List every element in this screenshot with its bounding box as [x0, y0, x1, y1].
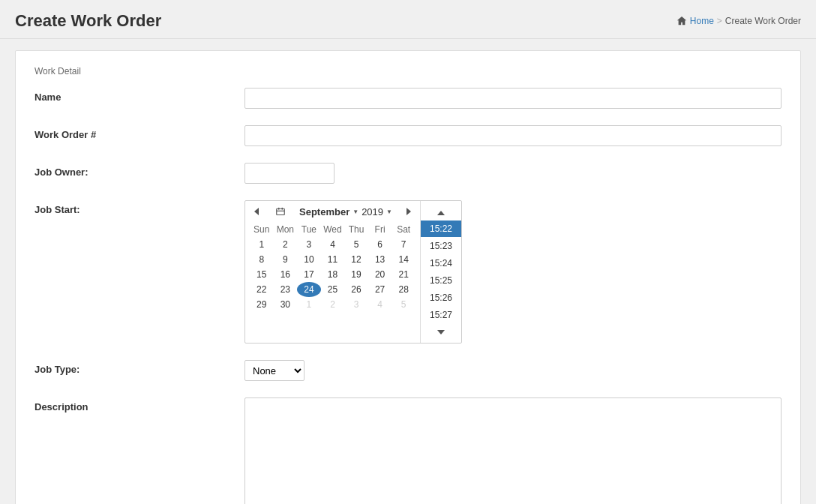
calendar-day-cell[interactable]: 13	[368, 252, 392, 267]
time-item[interactable]: 15:22	[421, 220, 461, 237]
time-item[interactable]: 15:23	[421, 238, 461, 254]
job-type-row: Job Type: None Type A Type B	[34, 360, 782, 387]
name-row: Name	[34, 88, 782, 115]
calendar-day-cell[interactable]: 15	[250, 267, 274, 282]
page-header: Create Work Order Home > Create Work Ord…	[0, 0, 816, 39]
next-month-button[interactable]	[404, 206, 414, 217]
next-month-icon	[406, 208, 411, 215]
cal-month-year: September ▼ 2019 ▼	[299, 206, 392, 218]
calendar-day-cell[interactable]: 23	[274, 282, 298, 297]
cal-month-dropdown-icon: ▼	[352, 208, 358, 215]
time-item[interactable]: 15:27	[421, 307, 461, 323]
time-item[interactable]: 15:25	[421, 272, 461, 289]
calendar-day-cell[interactable]: 4	[321, 237, 345, 252]
breadcrumb-home-link[interactable]: Home	[690, 16, 714, 26]
time-scroll-down-button[interactable]	[437, 323, 445, 340]
calendar-day-cell[interactable]: 2	[321, 297, 345, 312]
calendar-day-cell[interactable]: 10	[297, 252, 321, 267]
job-start-row: Job Start: September	[34, 200, 782, 350]
time-picker: 15:2215:2315:2415:2515:2615:27	[420, 201, 461, 343]
calendar-day-cell[interactable]: 6	[368, 237, 392, 252]
job-type-select[interactable]: None Type A Type B	[244, 360, 304, 381]
calendar-day-cell[interactable]: 2	[274, 237, 298, 252]
calendar-week-row: 293012345	[250, 297, 416, 312]
description-label: Description	[34, 398, 244, 412]
time-scroll-up-button[interactable]	[437, 204, 445, 220]
calendar-day-cell[interactable]: 24	[297, 282, 321, 297]
calendar-day-cell[interactable]: 5	[344, 237, 368, 252]
col-mon: Mon	[274, 222, 298, 237]
calendar-day-cell[interactable]: 27	[368, 282, 392, 297]
time-down-icon	[437, 330, 445, 334]
work-order-input[interactable]	[244, 125, 782, 146]
description-row: Description	[34, 398, 782, 504]
cal-month-label: September	[299, 206, 350, 218]
calendar-day-cell[interactable]: 25	[321, 282, 345, 297]
col-sun: Sun	[250, 222, 274, 237]
calendar-day-cell[interactable]: 4	[368, 297, 392, 312]
name-input[interactable]	[244, 88, 782, 109]
name-label: Name	[34, 88, 244, 103]
cal-year-label: 2019	[362, 206, 383, 218]
breadcrumb-current: Create Work Order	[725, 16, 801, 26]
calendar-day-cell[interactable]: 22	[250, 282, 274, 297]
calendar-day-cell[interactable]: 14	[392, 252, 416, 267]
prev-month-button[interactable]	[251, 206, 262, 217]
calendar-day-cell[interactable]: 16	[274, 267, 298, 282]
cal-header: September ▼ 2019 ▼	[250, 206, 416, 218]
calendar-day-cell[interactable]: 20	[368, 267, 392, 282]
work-order-row: Work Order #	[34, 125, 782, 152]
calendar-day-cell[interactable]: 8	[250, 252, 274, 267]
home-icon	[676, 16, 687, 26]
calendar-days-header: Sun Mon Tue Wed Thu Fri Sat	[250, 222, 416, 237]
job-owner-control-wrap	[244, 163, 782, 184]
calendar-day-cell[interactable]: 18	[321, 267, 345, 282]
calendar-day-cell[interactable]: 3	[344, 297, 368, 312]
time-up-icon	[437, 211, 445, 215]
calendar-widget: September ▼ 2019 ▼	[244, 200, 462, 344]
calendar-day-cell[interactable]: 11	[321, 252, 345, 267]
calendar-day-cell[interactable]: 5	[392, 297, 416, 312]
calendar-day-cell[interactable]: 7	[392, 237, 416, 252]
breadcrumb: Home > Create Work Order	[676, 16, 801, 26]
name-control-wrap	[244, 88, 782, 109]
page-title: Create Work Order	[15, 11, 161, 31]
calendar-day-cell[interactable]: 1	[297, 297, 321, 312]
col-fri: Fri	[368, 222, 392, 237]
job-owner-label: Job Owner:	[34, 163, 244, 178]
calendar-day-cell[interactable]: 26	[344, 282, 368, 297]
calendar-day-cell[interactable]: 29	[250, 297, 274, 312]
col-tue: Tue	[297, 222, 321, 237]
calendar-week-row: 1234567	[250, 237, 416, 252]
calendar-day-cell[interactable]: 17	[297, 267, 321, 282]
calendar-day-cell[interactable]: 3	[297, 237, 321, 252]
job-start-control-wrap: September ▼ 2019 ▼	[244, 200, 782, 344]
job-owner-input[interactable]	[244, 163, 334, 184]
job-type-control-wrap: None Type A Type B	[244, 360, 782, 381]
job-start-label: Job Start:	[34, 200, 244, 215]
calendar-day-cell[interactable]: 30	[274, 297, 298, 312]
calendar-day-cell[interactable]: 19	[344, 267, 368, 282]
calendar-week-row: 15161718192021	[250, 267, 416, 282]
calendar-main: September ▼ 2019 ▼	[245, 201, 420, 343]
work-detail-card: Work Detail Name Work Order # Job Owner:…	[15, 50, 801, 504]
calendar-day-cell[interactable]: 28	[392, 282, 416, 297]
job-owner-row: Job Owner:	[34, 163, 782, 190]
col-sat: Sat	[392, 222, 416, 237]
calendar-day-cell[interactable]: 21	[392, 267, 416, 282]
today-button[interactable]	[273, 206, 288, 218]
cal-year-dropdown-icon: ▼	[386, 208, 392, 215]
svg-rect-0	[277, 208, 285, 214]
work-order-control-wrap	[244, 125, 782, 146]
calendar-day-cell[interactable]: 12	[344, 252, 368, 267]
calendar-day-cell[interactable]: 9	[274, 252, 298, 267]
description-textarea[interactable]	[244, 398, 782, 504]
svg-rect-1	[278, 208, 280, 210]
description-control-wrap	[244, 398, 782, 504]
calendar-day-cell[interactable]: 1	[250, 237, 274, 252]
calendar-week-row: 891011121314	[250, 252, 416, 267]
breadcrumb-separator: >	[717, 16, 722, 26]
time-item[interactable]: 15:26	[421, 290, 461, 306]
col-wed: Wed	[321, 222, 345, 237]
time-item[interactable]: 15:24	[421, 255, 461, 272]
